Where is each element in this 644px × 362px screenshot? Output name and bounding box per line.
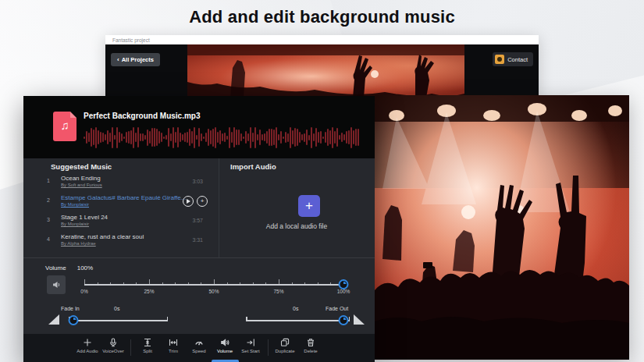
volume-tick-label: 25%	[144, 289, 154, 294]
duplicate-icon	[280, 338, 290, 347]
fade-out-slider[interactable]	[246, 314, 350, 327]
volume-tick-label: 100%	[337, 289, 350, 294]
volume-value: 100%	[77, 264, 93, 272]
page-title: Add and edit background music	[0, 7, 644, 27]
toolbar-button-label: Duplicate	[275, 349, 294, 353]
audio-toolbar: Add AudioVoiceOverSplitTrimSpeedVolumeSe…	[23, 334, 375, 362]
fade-in-handle[interactable]	[69, 315, 79, 325]
contact-button[interactable]: Contact	[493, 52, 533, 66]
volume-icon	[220, 338, 229, 347]
fade-in-label: Fade In	[61, 306, 80, 311]
volume-tick-label: 0%	[80, 289, 87, 294]
section-divider	[219, 158, 219, 257]
audio-file-title: Perfect Background Music.mp3	[84, 112, 200, 120]
speed-icon	[194, 338, 204, 347]
track-row[interactable]: 4Keratine, rust and a clear soulBy Alpha…	[23, 231, 219, 250]
track-title: Estampe Galactus# Barbare Epaulé Giraffe…	[61, 194, 186, 201]
add-audio-icon	[83, 338, 92, 347]
suggested-track-list: 1Ocean EndingBy Soft and Furious3:032Est…	[23, 172, 219, 250]
track-row[interactable]: 1Ocean EndingBy Soft and Furious3:03	[23, 172, 219, 192]
split-button[interactable]: Split	[136, 338, 160, 362]
add-track-button[interactable]: +	[197, 196, 208, 207]
trim-button[interactable]: Trim	[162, 338, 186, 362]
toolbar-button-label: Set Start	[241, 349, 259, 353]
fade-controls: Fade In 0s 0s Fade Out	[23, 304, 375, 334]
volume-tick-label: 50%	[208, 289, 219, 294]
track-title: Stage 1 Level 24	[61, 214, 186, 221]
set-start-icon	[246, 338, 255, 347]
video-preview-image	[187, 44, 464, 98]
toolbar-button-label: Delete	[304, 349, 317, 353]
track-artist-link[interactable]: By Monplaisir	[61, 222, 89, 226]
track-number: 1	[47, 178, 50, 183]
voiceover-icon	[109, 338, 118, 347]
add-audio-button[interactable]: Add Audio	[76, 338, 100, 362]
mute-button[interactable]	[47, 275, 66, 294]
volume-slider-track	[84, 284, 343, 286]
fade-in-slider[interactable]	[69, 314, 168, 327]
speaker-icon	[52, 280, 61, 289]
track-actions: +	[183, 196, 208, 207]
track-artist-link[interactable]: By Monplaisir	[61, 202, 89, 207]
fade-out-ramp-icon	[354, 314, 365, 325]
chevron-left-icon: ‹	[117, 57, 119, 63]
volume-button[interactable]: Volume	[213, 338, 237, 362]
fade-out-value: 0s	[293, 306, 298, 311]
editor-app-window: Fantastic project ‹ All P	[105, 35, 539, 98]
track-duration: 3:31	[192, 237, 203, 243]
music-note-icon: ♫	[53, 119, 76, 132]
track-artist-link[interactable]: By Alpha Hydrae	[61, 241, 96, 246]
track-number: 3	[47, 217, 50, 222]
project-name: Fantastic project	[112, 37, 150, 43]
track-title: Keratine, rust and a clear soul	[61, 233, 186, 240]
duplicate-button[interactable]: Duplicate	[273, 338, 297, 362]
toolbar-separator	[268, 339, 269, 356]
contact-icon	[495, 55, 504, 64]
audio-waveform	[84, 126, 365, 149]
track-row[interactable]: 2Estampe Galactus# Barbare Epaulé Giraff…	[23, 192, 219, 211]
track-duration: 3:03	[192, 179, 203, 184]
track-duration: 3:57	[192, 218, 203, 223]
toolbar-button-label: VoiceOver	[102, 349, 124, 353]
volume-label-row: Volume100%	[45, 264, 93, 272]
play-preview-button[interactable]	[183, 196, 194, 207]
track-title: Ocean Ending	[61, 175, 186, 182]
fade-in-ramp-icon	[48, 314, 59, 325]
split-icon	[143, 338, 152, 347]
add-local-audio-label: Add a local audio file	[219, 222, 375, 230]
delete-button[interactable]: Delete	[299, 338, 323, 362]
panel-header: ♫ Perfect Background Music.mp3	[23, 96, 375, 158]
add-local-audio-button[interactable]: +	[298, 195, 320, 217]
delete-icon	[306, 338, 315, 347]
volume-tick-label: 75%	[273, 289, 283, 294]
volume-label: Volume	[45, 264, 66, 272]
import-audio-header: Import Audio	[230, 162, 276, 171]
track-number: 2	[47, 197, 50, 203]
fade-in-value: 0s	[114, 306, 119, 311]
contact-label: Contact	[507, 56, 528, 63]
set-start-button[interactable]: Set Start	[239, 338, 263, 362]
toolbar-button-label: Add Audio	[76, 349, 98, 353]
voiceover-button[interactable]: VoiceOver	[101, 338, 126, 362]
speed-button[interactable]: Speed	[187, 338, 212, 362]
track-artist-link[interactable]: By Soft and Furious	[61, 183, 102, 187]
toolbar-button-label: Split	[143, 349, 152, 353]
toolbar-button-label: Speed	[192, 349, 205, 353]
music-file-icon: ♫	[53, 112, 76, 141]
volume-section: Volume100% 0%25%50%75%100%	[23, 257, 375, 304]
toolbar-button-label: Trim	[169, 349, 178, 353]
all-projects-button[interactable]: ‹ All Projects	[111, 53, 160, 66]
toolbar-separator	[130, 339, 131, 356]
fade-out-label: Fade Out	[326, 306, 348, 311]
suggested-music-header: Suggested Music	[51, 162, 112, 171]
volume-slider-handle[interactable]	[339, 279, 349, 289]
track-number: 4	[47, 236, 50, 242]
track-row[interactable]: 3Stage 1 Level 24By Monplaisir3:57	[23, 211, 219, 231]
toolbar-button-label: Volume	[217, 349, 233, 353]
trim-icon	[169, 338, 178, 347]
app-titlebar: Fantastic project	[105, 35, 539, 44]
volume-slider[interactable]: 0%25%50%75%100%	[84, 279, 343, 294]
concert-photo	[375, 95, 629, 360]
fade-out-handle[interactable]	[339, 315, 349, 325]
all-projects-label: All Projects	[122, 56, 154, 63]
